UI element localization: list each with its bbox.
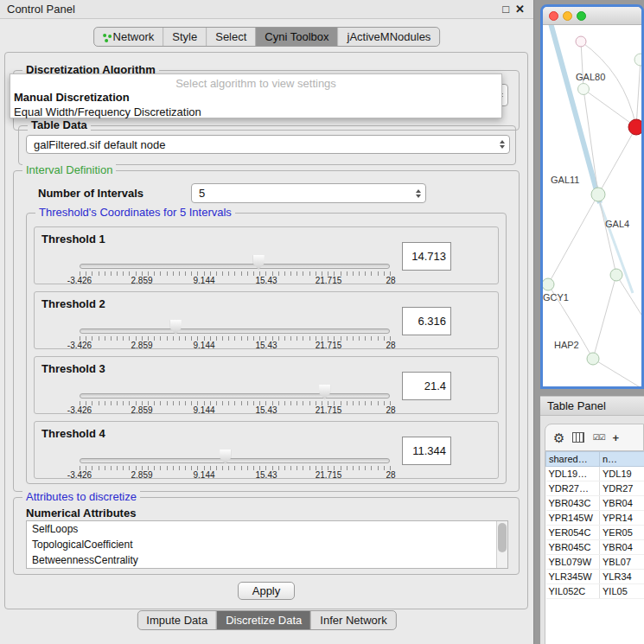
tab-label: Style [172, 30, 197, 43]
threshold-label: Threshold 1 [41, 233, 105, 245]
tick-label: -3.426 [67, 470, 92, 480]
close-traffic-light-icon[interactable] [549, 11, 558, 21]
table-cell[interactable]: YBR04 [600, 540, 644, 555]
table-cell[interactable]: YIL05 [600, 584, 644, 599]
network-node[interactable] [634, 54, 641, 66]
algorithm-option[interactable]: Equal Width/Frequency Discretization [10, 105, 501, 119]
slider-scale-labels: -3.4262.8599.14415.4321.71528 [80, 341, 391, 349]
tick-label: 2.859 [131, 470, 152, 480]
tab-network[interactable]: Network [94, 28, 163, 46]
minimize-traffic-light-icon[interactable] [563, 11, 572, 21]
tick-label: 28 [386, 341, 395, 350]
table-row[interactable]: YIL052CYIL05 [546, 584, 644, 599]
column-header[interactable]: n… [600, 452, 644, 467]
table-cell[interactable]: YLR34 [600, 570, 644, 584]
table-cell[interactable]: YPR145W [546, 511, 600, 526]
network-node-selected-red[interactable] [628, 119, 641, 135]
slider-track[interactable] [80, 264, 390, 269]
threshold-value-field[interactable]: 14.713 [402, 242, 451, 271]
slider-track[interactable] [80, 458, 390, 463]
tick-label: 2.859 [131, 405, 152, 415]
column-header[interactable]: shared… [546, 452, 600, 467]
table-row[interactable]: YDR27…YDR27 [546, 481, 644, 496]
table-cell[interactable]: YER05 [600, 526, 644, 540]
network-node[interactable] [610, 269, 622, 281]
apply-button[interactable]: Apply [238, 582, 295, 600]
tick-label: -3.426 [67, 341, 92, 350]
table-row[interactable]: YDL19…YDL19 [546, 467, 644, 481]
numerical-attributes-list[interactable]: SelfLoopsTopologicalCoefficientBetweenne… [26, 520, 508, 569]
threshold-value-field[interactable]: 21.4 [402, 372, 451, 400]
select-columns-icon[interactable]: ☑☑ [592, 433, 604, 442]
add-icon[interactable]: + [613, 431, 620, 444]
network-node-gcy1[interactable] [543, 278, 554, 290]
list-item[interactable]: SelfLoops [27, 521, 507, 537]
tab-select[interactable]: Select [206, 28, 255, 46]
tab-label: Select [215, 30, 246, 43]
slider-track[interactable] [80, 328, 390, 334]
tab-label: Infer Network [320, 614, 386, 627]
table-row[interactable]: YLR345WYLR34 [546, 570, 644, 584]
network-window-titlebar[interactable] [543, 7, 641, 25]
network-canvas[interactable]: GAL80 GAL11 GAL4 GCY1 HAP2 [543, 25, 641, 386]
list-scrollbar[interactable] [496, 521, 507, 568]
list-item[interactable]: BetweennessCentrality [27, 552, 507, 568]
table-cell[interactable]: YBL079W [546, 555, 600, 570]
table-cell[interactable]: YDL19… [546, 467, 600, 481]
threshold-box: Threshold 2-3.4262.8599.14415.4321.71528… [34, 291, 499, 349]
scrollbar-thumb[interactable] [498, 523, 507, 552]
list-item[interactable]: TopologicalCoefficient [27, 537, 507, 552]
window-title: Control Panel [7, 3, 75, 16]
number-of-intervals-combo[interactable]: 5 [191, 183, 426, 203]
table-cell[interactable]: YBL07 [600, 555, 644, 570]
table-row[interactable]: YBR043CYBR04 [546, 496, 644, 511]
tick-label: 28 [386, 405, 395, 415]
attribute-items: SelfLoopsTopologicalCoefficientBetweenne… [27, 521, 507, 568]
columns-icon[interactable] [572, 432, 584, 443]
table-cell[interactable]: YIL052C [546, 584, 600, 599]
tab-label: Cyni Toolbox [265, 30, 328, 43]
nodes[interactable] [543, 36, 641, 365]
slider-track[interactable] [80, 393, 390, 399]
network-node-gal80[interactable] [578, 84, 590, 95]
table-panel-title: Table Panel [540, 396, 644, 416]
tab-infer-network[interactable]: Infer Network [310, 611, 395, 629]
slider-scale-labels: -3.4262.8599.14415.4321.71528 [80, 276, 391, 284]
network-node-hap2[interactable] [587, 353, 599, 365]
tab-discretize-data[interactable]: Discretize Data [216, 611, 310, 629]
close-icon[interactable]: ✕ [515, 0, 525, 19]
zoom-traffic-light-icon[interactable] [577, 11, 586, 21]
tab-style[interactable]: Style [163, 28, 206, 46]
algorithm-option[interactable]: Manual Discretization [10, 90, 501, 105]
tick-label: 9.144 [193, 276, 214, 285]
node-table[interactable]: shared…n… YDL19…YDL19YDR27…YDR27YBR043CY… [545, 451, 644, 644]
table-cell[interactable]: YBR043C [546, 496, 600, 511]
gear-icon[interactable]: ⚙ [553, 431, 564, 444]
node-label: GAL4 [605, 219, 629, 229]
tab-jactivemnodules[interactable]: jActiveMNodules [338, 28, 440, 46]
table-cell[interactable]: YDR27 [600, 481, 644, 496]
tab-cyni-toolbox[interactable]: Cyni Toolbox [255, 28, 337, 46]
table-cell[interactable]: YER054C [546, 526, 600, 540]
table-row[interactable]: YBR045CYBR04 [546, 540, 644, 555]
threshold-value-field[interactable]: 11.344 [402, 437, 451, 465]
tab-impute-data[interactable]: Impute Data [137, 611, 216, 629]
table-cell[interactable]: YDL19 [600, 467, 644, 481]
threshold-label: Threshold 3 [41, 362, 105, 375]
table-panel: Table Panel ⚙ ☑☑ + shared…n… YDL19…YDL19… [540, 396, 644, 644]
table-cell[interactable]: YBR04 [600, 496, 644, 511]
table-row[interactable]: YBL079WYBL07 [546, 555, 644, 570]
network-graph[interactable]: GAL80 GAL11 GAL4 GCY1 HAP2 [543, 25, 641, 389]
table-row[interactable]: YER054CYER05 [546, 526, 644, 540]
float-window-icon[interactable]: □ [502, 0, 509, 19]
table-cell[interactable]: YLR345W [546, 570, 600, 584]
threshold-value-field[interactable]: 6.316 [402, 307, 451, 335]
table-cell[interactable]: YPR14 [600, 511, 644, 526]
table-cell[interactable]: YBR045C [546, 540, 600, 555]
table-row[interactable]: YPR145WYPR14 [546, 511, 644, 526]
table-cell[interactable]: YDR27… [546, 481, 600, 496]
network-node-gal11[interactable] [591, 188, 605, 201]
network-node[interactable] [576, 36, 586, 47]
node-label: GAL80 [576, 72, 605, 82]
table-data-combo[interactable]: galFiltered.sif default node [26, 135, 510, 154]
